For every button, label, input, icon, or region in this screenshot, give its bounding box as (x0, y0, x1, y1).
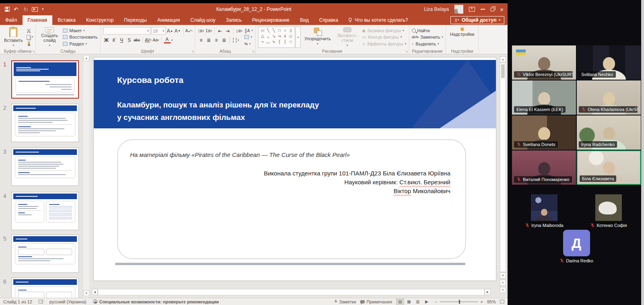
replace-button[interactable]: ab⇆Заменить▾ (412, 34, 444, 40)
close-button[interactable]: × (500, 6, 504, 12)
bold-button[interactable]: Ж (103, 37, 110, 43)
next-slide-button[interactable]: ⇟ (500, 287, 506, 293)
font-size-combo[interactable]: 18▾ (151, 27, 166, 35)
clipboard-dialog-launcher[interactable]: ↘ (32, 50, 35, 53)
slide-content-box[interactable]: На матеріалі фільму «Pirates of the Cari… (117, 139, 466, 259)
vertical-scrollbar[interactable]: ▲ ▼ ⇞ ⇟ (500, 56, 506, 293)
convert-smartart-button[interactable]: ⇆▾ (244, 41, 253, 47)
participant-tile-8[interactable]: Біла Єлизавета (577, 150, 641, 185)
participant-avatar-initial[interactable]: Д (563, 230, 590, 256)
tab-слайд-шоу[interactable]: Слайд-шоу (185, 15, 221, 25)
new-slide-button[interactable]: Создать слайд▾ (38, 27, 61, 48)
tab-вид[interactable]: Вид (295, 15, 314, 25)
italic-button[interactable]: К (111, 37, 118, 43)
tab-рецензирование[interactable]: Рецензирование (247, 15, 295, 25)
thumbnail-preview[interactable] (11, 148, 79, 186)
accessibility-checker[interactable]: Специальные возможности: проверьте реком… (93, 299, 219, 304)
shape-effects-button[interactable]: ◑Эффекты фигуры▾ (362, 41, 407, 47)
tell-me-box[interactable]: Что вы хотите сделать? (343, 15, 413, 25)
participant-photo-tile-2[interactable]: Котенко Софія (576, 194, 641, 229)
tab-файл[interactable]: Файл (0, 15, 23, 25)
arrange-button[interactable]: Упорядочить▾ (303, 27, 332, 48)
save-icon[interactable] (5, 7, 10, 12)
participant-photo-tile-1[interactable]: Iryna Maiboroda (512, 194, 576, 229)
font-dialog-launcher[interactable]: ↘ (191, 50, 194, 53)
thumbnail-preview[interactable] (11, 60, 79, 99)
thumb-scroll-up-icon[interactable]: ▲ (83, 55, 89, 61)
slide-counter[interactable]: Слайд 1 из 12 (3, 299, 32, 304)
tab-справка[interactable]: Справка (314, 15, 343, 25)
tab-запись[interactable]: Запись (221, 15, 247, 25)
slide-sorter-view-button[interactable]: ▦ (405, 299, 413, 305)
thumbnail-scrollbar[interactable]: ▲ ▼ (83, 54, 89, 298)
scroll-right-icon[interactable]: ▶ (485, 289, 491, 295)
thumbnail-preview[interactable] (11, 278, 79, 298)
slide-thumbnail-5[interactable]: 5 (0, 235, 83, 273)
reset-button[interactable]: Восстановить (63, 34, 97, 40)
thumbnail-preview[interactable] (11, 235, 79, 273)
comments-toggle[interactable]: Примечания (360, 299, 392, 304)
select-button[interactable]: ⍆Выделить▾ (412, 41, 444, 47)
slide-thumbnail-3[interactable]: 3 (0, 148, 83, 186)
customize-qat-icon[interactable]: ▾ (42, 8, 43, 11)
font-name-combo[interactable]: ▾ (103, 27, 151, 35)
zoom-level[interactable]: 95% (487, 299, 496, 304)
participant-tile-4[interactable]: Olena Kharlamova (UkrSU... (577, 80, 641, 115)
tab-главная[interactable]: Главная (23, 15, 53, 25)
zoom-out-icon[interactable]: − (435, 299, 437, 304)
scroll-up-icon[interactable]: ▲ (500, 56, 506, 62)
find-button[interactable]: Найти (412, 27, 444, 34)
scrollbar-thumb[interactable] (501, 64, 505, 78)
numbering-button[interactable]: 1≡▾ (205, 27, 212, 34)
bullets-button[interactable]: ⁝≡▾ (198, 27, 204, 34)
align-right-button[interactable]: ≡ (213, 37, 220, 43)
slide-canvas[interactable]: Курсова робота Каламбури, пошук та аналі… (93, 57, 496, 281)
paste-button[interactable]: Вставить▾ (2, 27, 25, 48)
shape-outline-button[interactable]: ▭Контур фигуры▾ (362, 34, 407, 40)
normal-view-button[interactable]: ▤ (396, 299, 404, 305)
shape-fill-button[interactable]: ◆Заливка фигуры▾ (362, 27, 407, 34)
slideshow-view-button[interactable]: ▶ (423, 299, 431, 305)
previous-slide-button[interactable]: ⇞ (500, 280, 506, 286)
layout-button[interactable]: Макет▾ (63, 27, 97, 34)
ribbon-display-options-icon[interactable] (469, 7, 475, 12)
notes-toggle[interactable]: ≜Заметки (334, 299, 356, 304)
language-indicator[interactable]: русский (Украина) (50, 299, 87, 304)
columns-button[interactable]: ╎╎▾ (232, 37, 239, 43)
drawing-dialog-launcher[interactable]: ↘ (405, 50, 408, 53)
addins-button[interactable]: Надстройки (448, 27, 476, 48)
justify-button[interactable]: ≣ (221, 37, 227, 43)
quick-styles-button[interactable]: Экспресс-стили▾ (334, 27, 360, 48)
share-button[interactable]: Общий доступ ▾ (450, 16, 504, 24)
clear-formatting-button[interactable]: A⤺ (186, 27, 192, 34)
grow-font-button[interactable]: А▲ (167, 27, 173, 34)
start-slideshow-icon[interactable] (32, 7, 38, 12)
user-avatar[interactable] (454, 5, 463, 14)
display-settings-icon[interactable]: × (39, 300, 43, 303)
restore-button[interactable] (491, 8, 494, 11)
participant-tile-7[interactable]: Виталий Пономаренко (512, 150, 576, 185)
tab-вставка[interactable]: Вставка (52, 15, 81, 25)
copy-button[interactable]: ▾ (27, 34, 33, 40)
participant-tile-3[interactable]: Elena El Kassem (EEK) (512, 80, 576, 115)
scroll-down-icon[interactable]: ▼ (500, 272, 506, 278)
participant-tile-2[interactable]: Svitlana Neshko (577, 45, 641, 80)
shapes-more-button[interactable]: ▾ (295, 27, 301, 48)
thumbnail-preview[interactable] (11, 104, 79, 142)
font-color-dropdown[interactable]: ▾ (171, 39, 173, 42)
fit-slide-to-window-icon[interactable] (500, 300, 504, 303)
underline-button[interactable]: Ч (118, 37, 125, 43)
undo-icon[interactable]: ↶▾ (14, 7, 19, 12)
paragraph-dialog-launcher[interactable]: ↘ (252, 50, 255, 53)
zoom-slider-thumb[interactable] (459, 300, 460, 304)
change-case-button[interactable]: Aa▾ (153, 37, 159, 43)
redo-icon[interactable]: ↻ (23, 7, 28, 12)
scroll-left-icon[interactable]: ◀ (92, 289, 98, 295)
zoom-in-icon[interactable]: + (481, 299, 483, 304)
align-center-button[interactable]: ≣ (205, 37, 212, 43)
font-color-button[interactable]: А (164, 37, 171, 43)
text-shadow-button[interactable]: S (126, 37, 133, 43)
slide-thumbnail-2[interactable]: 2 (0, 104, 83, 142)
thumbnail-preview[interactable] (11, 192, 79, 230)
section-button[interactable]: Раздел▾ (63, 41, 97, 47)
